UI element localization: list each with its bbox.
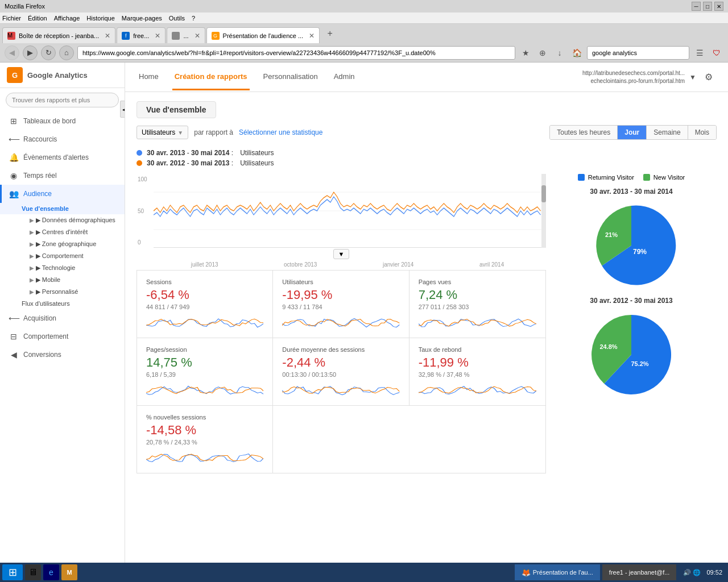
sidebar-item-evenements[interactable]: 🔔 Évènements d'alertes (0, 148, 125, 167)
sidebar-sub-mobile[interactable]: ▶ ▶ Mobile (0, 274, 125, 286)
bookmark-star-icon[interactable]: ⊕ (536, 46, 549, 60)
maximize-button[interactable]: □ (703, 2, 712, 11)
sidebar-collapse-button[interactable]: ◀ (120, 101, 125, 118)
start-button[interactable]: ⊞ (2, 564, 23, 580)
sidebar-sub-technologie[interactable]: ▶ ▶ Technologie (0, 262, 125, 274)
tab-close-other[interactable]: ✕ (195, 32, 200, 40)
refresh-button[interactable]: ↻ (41, 45, 56, 60)
sidebar-label-acquisition: Acquisition (23, 314, 56, 322)
ga-sidebar-search-input[interactable] (6, 93, 119, 107)
taskbar-firefox-icon: 🦊 (522, 568, 531, 577)
metric-secondary-4: 00:13:30 / 00:13:50 (282, 371, 399, 378)
taskbar-icon-thunderbird[interactable]: M (61, 564, 77, 580)
sidebar-sub-personnalise[interactable]: ▶ ▶ Personnalisé (0, 286, 125, 298)
sidebar-item-conversions[interactable]: ◀ Conversions (0, 346, 125, 364)
taskbar-icon-windows[interactable]: 🖥 (25, 564, 41, 580)
addon-icon[interactable]: 🛡 (710, 46, 723, 60)
close-button[interactable]: ✕ (714, 2, 723, 11)
sidebar-sub-zone[interactable]: ▶ ▶ Zone géographique (0, 238, 125, 250)
legend-new: New Visitor (643, 174, 685, 181)
tray-icons: 🔊 🌐 (683, 569, 701, 576)
nav-home[interactable]: Home (136, 64, 161, 90)
select-stat-link[interactable]: Sélectionner une statistique (239, 128, 322, 136)
download-icon[interactable]: ↓ (553, 46, 566, 60)
taskbar-freee-window[interactable]: free1 - jeanbanet@f... (602, 564, 677, 580)
sidebar-item-audience[interactable]: 👥 Audience (0, 185, 125, 203)
metric-dropdown[interactable]: Utilisateurs ▼ (136, 126, 188, 139)
menu-icon[interactable]: ☰ (693, 46, 706, 60)
tab-ga[interactable]: G Présentation de l'audience ... ✕ (206, 27, 320, 43)
controls-bar: Utilisateurs ▼ par rapport à Sélectionne… (136, 125, 717, 140)
settings-icon[interactable]: ⚙ (701, 69, 717, 85)
chart-x-labels: juillet 2013 octobre 2013 janvier 2014 a… (154, 259, 546, 270)
pie-period-2-label: 30 avr. 2012 - 30 mai 2013 (552, 297, 711, 305)
time-btn-jour[interactable]: Jour (618, 126, 647, 139)
time-btn-toutes[interactable]: Toutes les heures (550, 126, 618, 139)
sidebar-sub-centres[interactable]: ▶ ▶ Centres d'intérêt (0, 226, 125, 238)
back-button[interactable]: ◀ (5, 45, 19, 60)
chart-dropdown-btn[interactable]: ▼ (333, 249, 350, 259)
home2-icon[interactable]: 🏠 (570, 46, 584, 60)
menu-edition[interactable]: Édition (28, 15, 47, 22)
menu-marque-pages[interactable]: Marque-pages (122, 15, 162, 22)
sidebar-sub-comportement[interactable]: ▶ ▶ Comportement (0, 250, 125, 262)
sidebar-sub-vue-ensemble[interactable]: Vue d'ensemble (0, 203, 125, 214)
tab-close-ga[interactable]: ✕ (309, 32, 315, 40)
sidebar-item-comportement[interactable]: ⊟ Comportement (0, 327, 125, 346)
tab-close-free1[interactable]: ✕ (155, 32, 160, 40)
minimize-button[interactable]: ─ (692, 2, 701, 11)
chart-dropdown-icon: ▼ (338, 251, 345, 257)
metric-sparkline-0 (146, 314, 263, 330)
sidebar-item-acquisition[interactable]: ⟵ Acquisition (0, 309, 125, 327)
chart-scrollbar-thumb (541, 185, 546, 202)
time-btn-mois[interactable]: Mois (688, 126, 716, 139)
taskbar-free-label: free1 - jeanbanet@f... (609, 569, 670, 576)
home-button[interactable]: ⌂ (59, 45, 74, 60)
legend-dot-returning (578, 174, 585, 181)
taskbar: ⊞ 🖥 e M 🦊 Présentation de l'au... free1 … (0, 563, 728, 582)
menu-historique[interactable]: Historique (86, 15, 115, 22)
menu-help[interactable]: ? (192, 15, 195, 22)
chart-scrollbar[interactable] (541, 174, 546, 248)
nav-creation-rapports[interactable]: Création de rapports (172, 64, 250, 90)
account-dropdown-btn[interactable]: ▼ (689, 73, 696, 81)
address-input[interactable] (77, 46, 515, 60)
ga-logo-icon: G (7, 67, 23, 83)
metric-value-4: -2,44 % (282, 355, 399, 370)
arrow-donnees: ▶ (30, 217, 36, 223)
menu-affichage[interactable]: Affichage (54, 15, 80, 22)
tab-gmail[interactable]: M Boîte de réception - jeanba... ✕ (2, 27, 115, 43)
metric-cell-4: Durée moyenne des sessions -2,44 % 00:13… (273, 338, 409, 406)
search-input[interactable] (587, 46, 689, 60)
tab-close-gmail[interactable]: ✕ (105, 32, 110, 40)
raccourcis-icon: ⟵ (9, 135, 19, 144)
nav-admin[interactable]: Admin (332, 64, 357, 90)
tab-free1[interactable]: f free... ✕ (117, 27, 166, 43)
taskbar-icon-ie[interactable]: e (43, 564, 59, 580)
sidebar-sub-flux[interactable]: Flux d'utilisateurs (0, 298, 125, 309)
bookmark-icon[interactable]: ★ (519, 46, 532, 60)
sidebar-item-tableaux[interactable]: ⊞ Tableaux de bord (0, 112, 125, 130)
legend-dot-new (643, 174, 650, 181)
evenements-icon: 🔔 (9, 153, 19, 162)
sidebar-label-raccourcis: Raccourcis (23, 135, 57, 143)
forward-button[interactable]: ▶ (23, 45, 38, 60)
metric-sparkline-3 (146, 381, 263, 397)
tab-other[interactable]: ... ✕ (167, 27, 205, 43)
new-tab-button[interactable]: + (323, 27, 337, 40)
menu-outils[interactable]: Outils (169, 15, 185, 22)
sidebar-label-conversions: Conversions (23, 351, 61, 359)
menu-fichier[interactable]: Fichier (2, 15, 21, 22)
metric-secondary-3: 6,18 / 5,39 (146, 371, 263, 378)
taskbar-firefox-window[interactable]: 🦊 Présentation de l'au... (515, 564, 600, 580)
sidebar-item-raccourcis[interactable]: ⟵ Raccourcis (0, 130, 125, 148)
nav-personnalisation[interactable]: Personnalisation (261, 64, 320, 90)
metric-cell-3: Pages/session 14,75 % 6,18 / 5,39 (137, 338, 273, 406)
ga-side-section: ⊞ Tableaux de bord ⟵ Raccourcis 🔔 Évènem… (0, 112, 125, 364)
sidebar-item-temps-reel[interactable]: ◉ Temps réel (0, 167, 125, 185)
taskbar-window-label: Présentation de l'au... (533, 569, 593, 576)
time-btn-semaine[interactable]: Semaine (647, 126, 688, 139)
sidebar-sub-donnees[interactable]: ▶ ▶ Données démographiques (0, 214, 125, 226)
metric-value-1: -19,95 % (282, 288, 399, 302)
metric-label-5: Taux de rebond (419, 346, 536, 353)
